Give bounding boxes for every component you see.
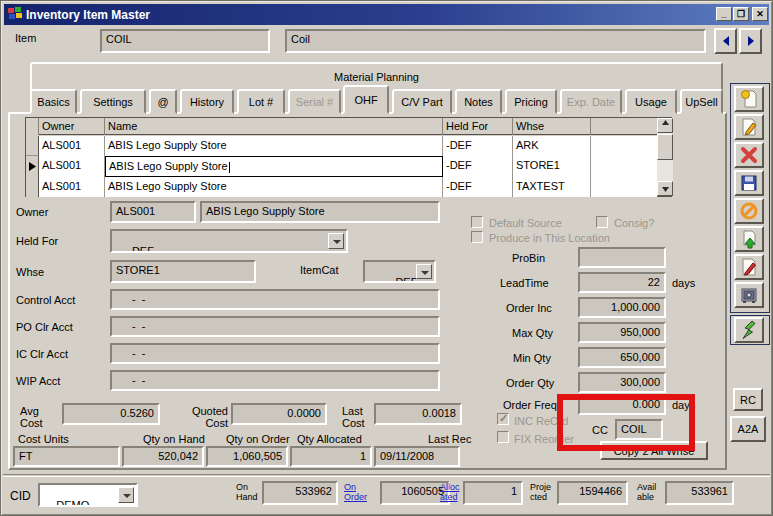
scroll-up-button[interactable] [657, 118, 673, 133]
scroll-thumb[interactable] [657, 134, 673, 160]
cell-owner[interactable]: ALS001 [39, 136, 105, 156]
redline-record-button[interactable] [734, 254, 764, 280]
cid-combobox[interactable]: DEMO [38, 483, 138, 507]
chevron-down-icon[interactable] [118, 487, 134, 503]
avg-cost-field[interactable]: 0.5260 [62, 403, 160, 425]
tab-cv-part[interactable]: C/V Part [392, 89, 452, 114]
grid-col-name[interactable]: Name [105, 118, 443, 135]
warehouse-grid: Owner Name Held For Whse ALS001 ABIS Leg… [25, 117, 672, 197]
tab-upsell[interactable]: UpSell [680, 89, 723, 114]
rc-button[interactable]: RC [733, 388, 763, 411]
cell-held-for[interactable]: -DEF [443, 156, 513, 177]
tab-label: OHF [354, 94, 377, 106]
projected-label: Proje cted [530, 482, 551, 502]
edit-record-button[interactable] [734, 114, 764, 140]
whse-field[interactable]: STORE1 [110, 260, 256, 283]
save-record-button[interactable] [734, 170, 764, 196]
wip-acct-label: WIP Acct [16, 375, 60, 387]
cell-name-editing[interactable]: ABIS Lego Supply Store [105, 156, 443, 177]
order-qty-field[interactable]: 300,000 [578, 372, 666, 393]
grid-col-whse[interactable]: Whse [513, 118, 591, 135]
cell-owner[interactable]: ALS001 [39, 156, 105, 177]
tab-at[interactable]: @ [149, 89, 177, 114]
tab-pricing[interactable]: Pricing [505, 89, 557, 114]
qty-allocated-field[interactable]: 1 [290, 446, 372, 467]
consig-checkbox [596, 216, 608, 228]
close-button[interactable]: ✕ [752, 7, 768, 21]
group-tab-label: Material Planning [334, 71, 419, 83]
on-order-link[interactable]: On Order [344, 482, 367, 502]
cost-units-field[interactable]: FT [13, 446, 120, 467]
grid-scrollbar[interactable] [657, 118, 673, 196]
wip-acct-field[interactable]: - - [110, 370, 440, 391]
max-qty-field[interactable]: 950,000 [578, 322, 666, 343]
qty-on-hand-label: Qty on Hand [143, 433, 205, 445]
tab-settings[interactable]: Settings [80, 89, 146, 114]
tab-history[interactable]: History [180, 89, 234, 114]
on-hand-field: 533962 [262, 481, 338, 505]
table-row[interactable]: ALS001 ABIS Lego Supply Store -DEF ARK [26, 136, 657, 156]
control-acct-field[interactable]: - - [110, 289, 440, 310]
cell-held-for[interactable]: -DEF [443, 177, 513, 197]
row-gutter [26, 177, 39, 197]
leadtime-field[interactable]: 22 [578, 272, 666, 293]
cell-whse[interactable]: STORE1 [513, 156, 591, 177]
quoted-cost-field[interactable]: 0.0000 [231, 403, 327, 425]
cell-blank [591, 177, 657, 197]
last-rec-field[interactable]: 09/11/2008 [374, 446, 460, 467]
minimize-button[interactable]: _ [716, 7, 732, 21]
probin-field[interactable] [578, 247, 666, 268]
table-row-selected[interactable]: ALS001 ABIS Lego Supply Store -DEF STORE… [26, 156, 657, 177]
scroll-down-button[interactable] [657, 181, 673, 196]
prev-record-button[interactable] [714, 28, 737, 54]
po-clr-acct-field[interactable]: - - [110, 316, 440, 337]
cell-held-for[interactable]: -DEF [443, 136, 513, 156]
tab-ohf[interactable]: OHF [343, 85, 389, 114]
tab-label: Notes [464, 96, 493, 108]
cell-name[interactable]: ABIS Lego Supply Store [105, 136, 443, 156]
last-cost-field[interactable]: 0.0018 [374, 403, 462, 425]
maximize-button[interactable]: ❐ [733, 7, 749, 21]
grid-col-owner[interactable]: Owner [39, 118, 105, 135]
chevron-down-icon[interactable] [328, 233, 344, 249]
item-description-field[interactable]: Coil [285, 29, 706, 53]
delete-record-button[interactable] [734, 142, 764, 168]
edit-record-icon [739, 117, 759, 137]
cid-value: DEMO [56, 499, 89, 507]
cancel-icon [739, 201, 759, 221]
tab-label: C/V Part [401, 96, 443, 108]
tab-lot[interactable]: Lot # [237, 89, 285, 114]
owner-code-field[interactable]: ALS001 [110, 201, 196, 223]
vault-button[interactable] [734, 282, 764, 308]
tab-usage[interactable]: Usage [625, 89, 677, 114]
po-clr-acct-label: PO Clr Acct [16, 321, 73, 333]
itemcat-combobox[interactable]: DEF [363, 260, 436, 283]
cell-whse[interactable]: ARK [513, 136, 591, 156]
next-record-button[interactable] [739, 28, 762, 54]
allocated-link[interactable]: Alloc ated [440, 482, 460, 502]
grid-col-held-for[interactable]: Held For [443, 118, 513, 135]
cell-name-text: ABIS Lego Supply Store [109, 160, 228, 172]
order-inc-field[interactable]: 1,000.000 [578, 297, 666, 318]
item-code-field[interactable]: COIL [100, 29, 270, 53]
table-row[interactable]: ALS001 ABIS Lego Supply Store -DEF TAXTE… [26, 177, 657, 197]
qty-on-order-field[interactable]: 1,060,505 [206, 446, 288, 467]
cell-blank [591, 156, 657, 177]
ic-clr-acct-field[interactable]: - - [110, 343, 440, 364]
cell-owner[interactable]: ALS001 [39, 177, 105, 197]
knockout-button[interactable] [734, 317, 764, 343]
clone-record-button[interactable] [734, 226, 764, 252]
close-icon: ✕ [756, 10, 764, 19]
qty-on-hand-field[interactable]: 520,042 [122, 446, 204, 467]
cancel-record-button[interactable] [734, 198, 764, 224]
new-record-button[interactable] [734, 86, 764, 112]
cell-whse[interactable]: TAXTEST [513, 177, 591, 197]
a2a-button[interactable]: A2A [730, 416, 766, 442]
chevron-down-icon[interactable] [416, 264, 432, 279]
held-for-combobox[interactable]: -DEF [110, 229, 348, 253]
tab-notes[interactable]: Notes [455, 89, 502, 114]
tab-basics[interactable]: Basics [30, 89, 77, 114]
cell-name[interactable]: ABIS Lego Supply Store [105, 177, 443, 197]
projected-field: 1594466 [557, 481, 628, 505]
min-qty-field[interactable]: 650,000 [578, 347, 666, 368]
